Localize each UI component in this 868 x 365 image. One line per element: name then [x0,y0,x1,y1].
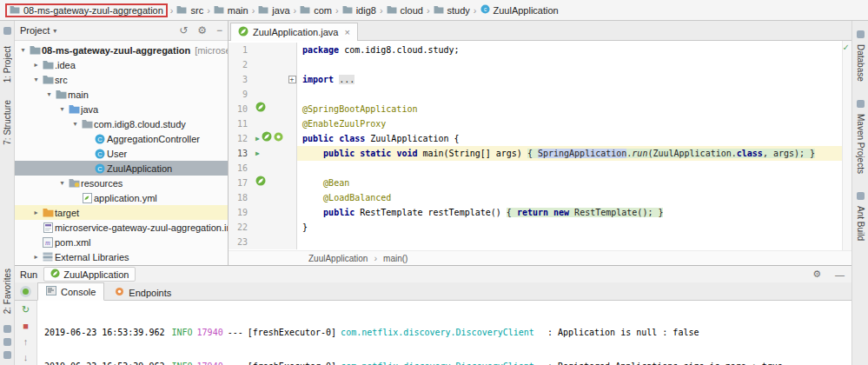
breadcrumb-method[interactable]: main() [383,254,407,263]
rerun-icon[interactable]: ↻ [22,304,30,315]
breadcrumb-item-idig8[interactable]: idig8 [340,4,379,17]
expand-caret-icon[interactable]: ▾ [44,90,54,98]
code-line[interactable]: 22} [229,220,851,235]
tree-item-external-libraries[interactable]: ▸ External Libraries [15,249,228,264]
code-line[interactable]: 10@SpringBootApplication [229,102,851,116]
spring-bean-icon[interactable] [262,131,272,146]
editor-scrollbar[interactable] [842,41,851,250]
tree-item-pom-xml[interactable]: m pom.xml [15,235,228,249]
tree-item-resources[interactable]: ▾ resources [15,176,228,190]
editor-tab-zuulapplication[interactable]: ZuulApplication.java × [230,23,358,41]
spring-bean-icon[interactable] [274,131,283,146]
breadcrumb-item-cloud[interactable]: cloud [384,4,426,17]
code-text[interactable]: public class ZuulApplication { [297,131,851,146]
code-line[interactable]: 17 @Bean [229,176,851,190]
code-line[interactable]: 18 @LoadBalanced [229,190,851,205]
chevron-down-icon[interactable]: ▾ [53,27,56,35]
expand-caret-icon[interactable]: ▾ [31,76,41,83]
rerun-application-icon[interactable] [20,286,31,297]
fold-expand-icon[interactable]: + [288,76,296,83]
code-editor[interactable]: 1package com.idig8.cloud.study; 2 3+impo… [229,41,851,250]
tab-console[interactable]: Console [37,282,104,301]
tree-item-package[interactable]: ▾ com.idig8.cloud.study [15,116,228,131]
code-text[interactable] [297,161,851,176]
gear-icon[interactable]: ⚙ [812,269,821,280]
breadcrumb-item-main[interactable]: main [211,4,251,17]
hide-panel-icon[interactable]: − [216,24,222,36]
code-line-current[interactable]: 13▶ public static void main(String[] arg… [229,146,851,161]
code-line[interactable]: 12▶public class ZuulApplication { [229,131,851,146]
expand-caret-icon[interactable]: ▾ [57,179,67,187]
tree-item-application-yml[interactable]: application.yml [15,190,228,205]
tree-item-java[interactable]: ▾ java [15,102,228,116]
tool-tab-project[interactable]: 1: Project [3,46,12,83]
code-text[interactable] [297,235,851,249]
tree-item-target[interactable]: ▸ target [15,205,228,220]
code-line[interactable]: 16 [229,161,851,176]
code-text[interactable]: @LoadBalanced [297,190,851,205]
tree-item-main[interactable]: ▾ main [15,87,228,102]
tree-item-iml-file[interactable]: microservice-gateway-zuul-aggregation.im… [15,220,228,235]
code-text[interactable]: package com.idig8.cloud.study; [297,43,851,57]
run-configuration-tab[interactable]: ZuulApplication [43,267,136,282]
expand-caret-icon[interactable]: ▸ [31,61,41,69]
code-text[interactable]: public RestTemplate restTemplate() { ret… [297,205,851,220]
tool-tab-favorites[interactable]: 2: Favorites [3,269,12,314]
code-text[interactable]: @EnableZuulProxy [297,116,851,131]
tool-tab-database[interactable]: Database [856,28,865,82]
tool-window-icon[interactable] [3,338,11,346]
spring-bean-icon[interactable] [255,176,266,190]
tab-endpoints[interactable]: Endpoints [107,284,179,301]
tree-item-zuulapplication[interactable]: C ZuulApplication [15,161,228,176]
breadcrumb-class[interactable]: ZuulApplication [308,254,368,263]
inspection-ok-icon[interactable]: ✓ [843,43,850,52]
expand-caret-icon[interactable]: ▾ [18,46,28,54]
breadcrumb-item-java[interactable]: java [255,4,292,17]
expand-caret-icon[interactable]: ▸ [31,253,41,261]
code-text[interactable]: @SpringBootApplication [297,102,851,116]
tool-window-icon[interactable] [3,27,11,35]
expand-caret-icon[interactable]: ▾ [70,120,80,128]
expand-caret-icon[interactable]: ▸ [31,209,41,216]
breadcrumb-item-project[interactable]: 08-ms-gateway-zuul-aggregation [5,3,168,17]
run-class-icon[interactable]: ▶ [255,131,260,146]
collapse-all-icon[interactable]: ↺ [179,24,188,36]
code-line[interactable]: 11@EnableZuulProxy [229,116,851,131]
code-text[interactable]: } [297,220,851,235]
code-text[interactable]: import ... [297,72,851,87]
code-line[interactable]: 3+import ... [229,72,851,87]
breadcrumb-item-zuulapplication[interactable]: cZuulApplication [478,3,561,17]
tree-item-user[interactable]: C User [15,146,228,161]
spring-bean-icon[interactable] [255,102,266,116]
expand-caret-icon[interactable]: ▾ [57,105,67,113]
breadcrumb-item-study[interactable]: study [431,4,473,17]
hide-panel-icon[interactable]: — [835,269,845,280]
breadcrumb-item-com[interactable]: com [297,4,335,17]
tool-window-icon[interactable] [3,351,11,359]
tool-tab-ant-build[interactable]: Ant Build [856,189,865,241]
tree-item-idea[interactable]: ▸ .idea [15,57,228,72]
tool-tab-structure[interactable]: 7: Structure [3,100,12,145]
gear-icon[interactable]: ⚙ [197,24,207,36]
console-output[interactable]: 2019-06-23 16:53:39.962INFO17940---[fres… [37,301,851,365]
tree-item-project-root[interactable]: ▾ 08-ms-gateway-zuul-aggregation [micros… [15,43,228,57]
code-text[interactable]: @Bean [297,176,851,190]
code-line[interactable]: 2 [229,57,851,72]
tool-tab-maven-projects[interactable]: Maven Projects [856,97,865,174]
tool-window-icon[interactable] [3,325,11,333]
tree-item-aggregationcontroller[interactable]: C AggregationController [15,131,228,146]
close-icon[interactable]: × [344,27,349,37]
code-line[interactable]: 23 [229,235,851,249]
stop-icon[interactable]: ■ [23,321,29,331]
down-stack-trace-icon[interactable]: ↓ [23,352,29,362]
tree-item-src[interactable]: ▾ src [15,72,228,87]
code-text[interactable] [297,87,851,102]
run-main-icon[interactable]: ▶ [255,146,260,161]
code-line[interactable]: 1package com.idig8.cloud.study; [229,43,851,57]
up-stack-trace-icon[interactable]: ↑ [23,336,29,347]
code-line[interactable]: 9 [229,87,851,102]
code-text[interactable] [297,57,851,72]
breadcrumb-item-src[interactable]: src [174,4,206,17]
code-text[interactable]: public static void main(String[] args) {… [297,146,851,161]
code-line[interactable]: 19 public RestTemplate restTemplate() { … [229,205,851,220]
